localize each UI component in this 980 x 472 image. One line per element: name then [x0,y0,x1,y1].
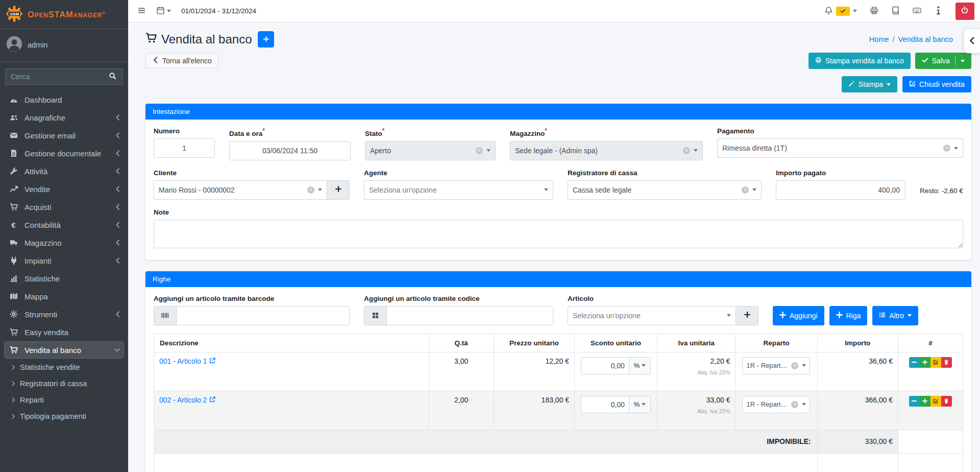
required-asterisk: * [545,127,547,134]
hamburger-menu-button[interactable] [137,6,146,16]
sidebar-item-anagrafiche[interactable]: Anagrafiche [4,109,124,126]
sconto-type-dropdown[interactable]: % [629,357,651,374]
logout-button[interactable] [955,3,974,20]
card-intestazione-body: Numero Data e ora* Stato* Aperto × [145,120,971,260]
sidebar-item-label: Easy vendita [24,328,68,337]
add-cliente-button[interactable] [327,180,350,200]
codice-input[interactable] [386,306,553,325]
clear-icon[interactable]: × [791,401,798,408]
riga-button[interactable]: Riga [829,306,868,325]
note-textarea[interactable] [154,220,963,248]
clear-icon[interactable]: × [476,147,483,154]
calendar-dropdown-button[interactable] [156,6,171,16]
agente-select[interactable]: Seleziona un'opzione [364,180,553,200]
reparto-select[interactable]: 1R - Reparto 1... × [742,396,810,413]
sidebar-subitem-reparti[interactable]: Reparti [4,392,124,408]
clear-icon[interactable]: × [307,186,314,194]
sidebar-item-gestione-documentale[interactable]: Gestione documentale [4,145,124,162]
sidebar-item-gestione-email[interactable]: Gestione email [4,127,124,144]
panel-collapse-toggle[interactable] [964,29,980,53]
sidebar-item-vendita-al-banco[interactable]: Vendita al banco [4,341,124,359]
sidebar-item-mappa[interactable]: Mappa [4,288,124,305]
registratore-select[interactable]: Cassa sede legale × [568,180,762,200]
decrease-qty-button[interactable] [909,357,920,368]
sidebar-item-vendite[interactable]: Vendite [4,180,124,198]
importo-pagato-input[interactable] [776,180,905,200]
truck-icon [8,239,19,247]
chevron-left-icon [115,257,120,264]
print-dropdown-button[interactable]: Stampa [842,76,897,92]
articolo-link[interactable]: 001 - Articolo 1 [159,357,215,365]
add-articolo-button[interactable] [736,306,758,325]
aggiungi-button[interactable]: Aggiungi [773,306,824,325]
articolo-select[interactable]: Seleziona un'opzione [568,306,736,325]
clear-icon[interactable]: × [683,147,690,154]
clear-icon[interactable]: × [791,362,798,369]
sconto-input[interactable] [581,396,629,413]
breadcrumb-current-link[interactable]: Vendita al banco [898,35,953,43]
notifications-button[interactable] [824,6,833,16]
sidebar-subitem-statistiche-vendite[interactable]: Statistiche vendite [4,359,124,375]
back-to-list-button[interactable]: Torna all'elenco [145,53,218,68]
search-input[interactable] [5,68,103,85]
sidebar-item-magazzino[interactable]: Magazzino [4,234,124,251]
magic-wand-icon [848,80,855,88]
sconto-input[interactable] [581,357,629,374]
user-name[interactable]: admin [28,41,48,49]
sidebar-item-label: Contabilità [24,221,61,229]
info-button[interactable] [934,6,943,16]
caret-down-icon[interactable] [853,10,857,12]
edit-row-button[interactable] [930,396,941,407]
sconto-type-dropdown[interactable]: % [629,396,651,413]
sidebar-item-label: Statistiche [24,274,60,283]
trash-icon [944,359,949,366]
sidebar-item-statistiche[interactable]: Statistiche [4,270,124,287]
articolo-link[interactable]: 002 - Articolo 2 [159,396,215,404]
print-sale-button[interactable]: Stampa vendita al banco [808,53,911,69]
col-qta: Q.tà [429,334,494,352]
sidebar-item-easy-vendita[interactable]: Easy vendita [4,323,124,341]
search-button[interactable] [103,68,123,85]
caret-down-icon[interactable] [961,60,965,62]
save-button[interactable]: Salva [915,53,971,69]
main-area: 01/01/2024 - 31/12/2024 Vendita al banco [128,0,980,472]
sidebar-subitem-tipologia-pagamenti[interactable]: Tipologia pagamenti [4,408,124,424]
stato-select[interactable]: Aperto × [365,141,496,160]
data-ora-input[interactable] [229,141,351,160]
cart-icon [8,203,19,211]
increase-qty-button[interactable] [920,396,930,407]
sidebar-subitem-registratori-di-cassa[interactable]: Registratori di cassa [4,375,124,391]
altro-dropdown-button[interactable]: Altro [872,306,918,325]
breadcrumb-home-link[interactable]: Home [869,35,889,43]
sidebar-item-impianti[interactable]: Impianti [4,252,124,269]
print-button[interactable] [870,6,878,16]
reparto-select[interactable]: 1R - Reparto 1... × [742,357,810,374]
clear-icon[interactable]: × [742,186,749,194]
magazzino-select[interactable]: Sede legale - (Admin spa) × [510,141,703,160]
close-sale-button[interactable]: Chiudi vendita [902,76,971,92]
sidebar-item-attivita[interactable]: Attività [4,162,124,180]
docs-button[interactable] [891,6,900,16]
sidebar-item-contabilita[interactable]: €Contabilità [4,216,124,233]
pagamento-select[interactable]: Rimessa diretta (1T) × [717,138,963,158]
prezzo-value: 183,00 € [494,391,574,430]
edit-row-button[interactable] [930,357,941,368]
numero-input[interactable] [154,138,215,158]
date-range[interactable]: 01/01/2024 - 31/12/2024 [181,7,256,15]
increase-qty-button[interactable] [920,357,930,368]
clear-icon[interactable]: × [943,145,950,152]
sidebar-item-label: Vendite [24,185,50,194]
brand[interactable]: OpenSTAManager® [0,0,128,29]
delete-row-button[interactable] [941,396,952,407]
shortcuts-button[interactable] [913,6,921,16]
sidebar-item-acquisti[interactable]: Acquisti [4,198,124,216]
delete-row-button[interactable] [941,357,952,368]
sidebar-item-strumenti[interactable]: Strumenti [4,305,124,323]
new-record-button[interactable] [258,31,274,48]
check-badge[interactable] [836,7,850,16]
chevron-left-icon [115,240,120,246]
cliente-select[interactable]: Mario Rossi - 00000002 × [154,180,327,200]
decrease-qty-button[interactable] [909,396,920,407]
sidebar-item-dashboard[interactable]: Dashboard [4,91,124,108]
barcode-input[interactable] [176,306,350,325]
